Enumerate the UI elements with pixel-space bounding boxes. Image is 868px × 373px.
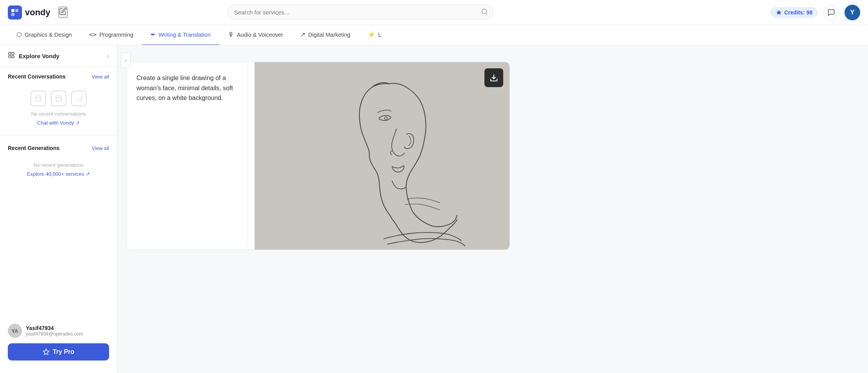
search-input[interactable] xyxy=(228,5,493,20)
edit-icon[interactable] xyxy=(58,7,68,18)
explore-label: Explore Vondy xyxy=(19,53,59,59)
recent-conversations-section: Recent Conversations View all xyxy=(0,67,117,132)
category-audio-label: Audio & Voiceover xyxy=(237,32,283,38)
svg-marker-5 xyxy=(776,10,781,15)
sidebar: Explore Vondy › Recent Conversations Vie… xyxy=(0,45,117,373)
try-pro-button[interactable]: Try Pro xyxy=(8,343,109,361)
logo-icon xyxy=(8,5,22,20)
prompt-panel: Create a single line drawing of a woman'… xyxy=(127,62,248,250)
image-panel xyxy=(255,62,509,250)
category-writing-label: Writing & Translation xyxy=(158,32,211,38)
category-graphics-label: Graphics & Design xyxy=(25,32,72,38)
svg-point-16 xyxy=(384,117,387,120)
category-audio[interactable]: 🎙 Audio & Voiceover xyxy=(219,25,292,45)
audio-icon: 🎙 xyxy=(228,31,234,38)
user-name: Yasif47934 xyxy=(26,325,83,331)
placeholder-icon-2 xyxy=(51,91,66,106)
category-digital[interactable]: ↗ Digital Marketing xyxy=(292,25,359,45)
digital-icon: ↗ xyxy=(300,31,305,38)
search-bar xyxy=(228,5,493,20)
category-programming[interactable]: <> Programming xyxy=(81,25,142,45)
generations-view-all[interactable]: View all xyxy=(91,145,109,151)
category-writing[interactable]: ✒ Writing & Translation xyxy=(142,25,219,45)
svg-rect-2 xyxy=(11,13,14,16)
conversations-view-all[interactable]: View all xyxy=(91,74,109,80)
svg-rect-7 xyxy=(12,52,14,54)
svg-rect-9 xyxy=(9,56,11,58)
recent-conversations-title: Recent Conversations xyxy=(8,73,66,80)
explore-vondy-button[interactable]: Explore Vondy › xyxy=(0,45,117,67)
nav-right: Credits: 98 Y xyxy=(770,5,860,20)
download-button[interactable] xyxy=(484,68,503,87)
svg-rect-0 xyxy=(11,9,14,12)
generated-image xyxy=(288,62,476,250)
svg-line-4 xyxy=(486,13,487,14)
grid-icon xyxy=(8,52,15,61)
credits-badge[interactable]: Credits: 98 xyxy=(770,7,818,18)
placeholder-icon-1 xyxy=(30,91,46,106)
graphics-icon: ⬡ xyxy=(16,31,22,38)
placeholder-icon-3 xyxy=(71,91,87,106)
category-more-label: L xyxy=(378,32,381,38)
category-nav: ⬡ Graphics & Design <> Programming ✒ Wri… xyxy=(0,25,868,45)
lightning-icon: ⚡ xyxy=(368,31,375,38)
prompt-text: Create a single line drawing of a woman'… xyxy=(136,73,239,103)
no-conversations: No recent conversations Chat with Vondy … xyxy=(8,84,109,129)
generation-card: Create a single line drawing of a woman'… xyxy=(127,62,510,250)
svg-rect-12 xyxy=(56,96,61,101)
writing-icon: ✒ xyxy=(151,31,156,38)
user-avatar[interactable]: Y xyxy=(845,5,860,20)
navbar: vondy Credits: 98 Y xyxy=(0,0,868,25)
content-area: ‹ Create a single line drawing of a woma… xyxy=(117,45,868,373)
no-generations-text: No recent generations xyxy=(34,162,84,168)
main-layout: Explore Vondy › Recent Conversations Vie… xyxy=(0,45,868,373)
recent-generations-section: Recent Generations View all No recent ge… xyxy=(0,139,117,183)
chat-button[interactable] xyxy=(823,5,839,20)
user-email: yasif47934@operades.com xyxy=(26,331,83,337)
svg-marker-14 xyxy=(43,349,49,355)
sidebar-divider xyxy=(0,135,117,136)
logo-area: vondy xyxy=(8,5,86,20)
svg-rect-10 xyxy=(36,96,41,101)
category-more[interactable]: ⚡ L xyxy=(359,25,390,45)
chevron-right-icon: › xyxy=(107,53,109,60)
svg-point-3 xyxy=(482,9,486,14)
credits-label: Credits: 98 xyxy=(784,9,812,16)
recent-generations-title: Recent Generations xyxy=(8,145,59,151)
user-info: YA Yasif47934 yasif47934@operades.com xyxy=(8,324,109,338)
search-button[interactable] xyxy=(481,8,488,17)
collapse-handle[interactable]: ‹ xyxy=(121,52,131,68)
try-pro-label: Try Pro xyxy=(53,348,74,355)
logo-text: vondy xyxy=(25,7,50,18)
chat-with-vondy-link[interactable]: Chat with Vondy ↗ xyxy=(37,120,80,126)
explore-services-link[interactable]: Explore 40,000+ services ↗ xyxy=(27,171,90,177)
category-programming-label: Programming xyxy=(99,32,133,38)
category-digital-label: Digital Marketing xyxy=(308,32,350,38)
user-area: YA Yasif47934 yasif47934@operades.com Tr… xyxy=(0,318,117,367)
category-graphics[interactable]: ⬡ Graphics & Design xyxy=(8,25,81,45)
svg-rect-1 xyxy=(15,9,18,12)
no-generations: No recent generations Explore 40,000+ se… xyxy=(8,156,109,180)
svg-rect-8 xyxy=(12,56,14,58)
no-conversations-text: No recent conversations xyxy=(31,111,86,117)
user-avatar-small: YA xyxy=(8,324,22,338)
svg-rect-6 xyxy=(9,52,11,54)
programming-icon: <> xyxy=(89,31,97,38)
